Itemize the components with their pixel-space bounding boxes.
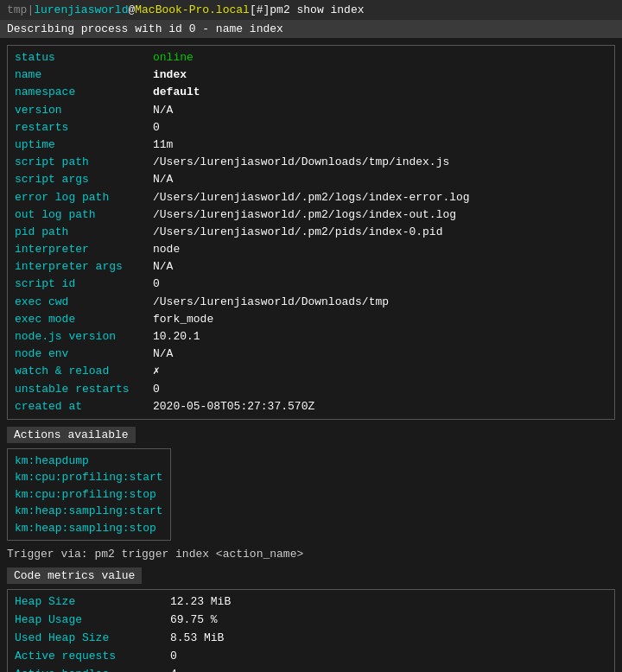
metrics-table: Heap Size12.23 MiBHeap Usage69.75 %Used … xyxy=(7,589,615,672)
info-key: error log path xyxy=(15,190,153,206)
describe-bar: Describing process with id 0 - name inde… xyxy=(0,20,622,38)
title-tmp: tmp xyxy=(7,3,27,16)
info-key: status xyxy=(15,50,153,66)
describe-text: Describing process with id 0 - name inde… xyxy=(7,22,283,35)
title-command: pm2 show index xyxy=(270,3,364,16)
info-key: script path xyxy=(15,155,153,170)
info-val: /Users/lurenjiasworld/Downloads/tmp/inde… xyxy=(153,155,449,170)
metrics-row: Active handles4 xyxy=(8,666,614,672)
title-user: lurenjiasworld xyxy=(34,3,128,16)
action-item: km:heap:sampling:stop xyxy=(15,520,163,537)
info-row: script argsN/A xyxy=(8,171,614,188)
metrics-key: Heap Usage xyxy=(15,612,170,629)
action-item: km:cpu:profiling:start xyxy=(15,469,163,486)
info-row: statusonline xyxy=(8,49,614,67)
info-val: 0 xyxy=(153,120,160,136)
metrics-row: Used Heap Size8.53 MiB xyxy=(8,630,614,648)
info-key: script id xyxy=(15,276,153,292)
info-val: fork_mode xyxy=(153,312,213,327)
info-key: restarts xyxy=(15,120,153,136)
info-row: out log path/Users/lurenjiasworld/.pm2/l… xyxy=(8,206,614,224)
info-val: /Users/lurenjiasworld/Downloads/tmp xyxy=(153,295,389,310)
info-val: N/A xyxy=(153,103,173,118)
info-row: namespacedefault xyxy=(8,84,614,101)
info-key: unstable restarts xyxy=(15,382,153,397)
info-key: exec mode xyxy=(15,312,153,327)
info-row: error log path/Users/lurenjiasworld/.pm2… xyxy=(8,189,614,206)
main-content: statusonlinenameindexnamespacedefaultver… xyxy=(0,41,622,672)
info-val: /Users/lurenjiasworld/.pm2/pids/index-0.… xyxy=(153,225,442,240)
trigger-line: Trigger via: pm2 trigger index <action_n… xyxy=(7,548,615,561)
info-val: 2020-05-08T05:27:37.570Z xyxy=(153,399,314,415)
info-val: 11m xyxy=(153,137,173,153)
info-key: exec cwd xyxy=(15,295,153,310)
info-key: out log path xyxy=(15,207,153,223)
info-key: node.js version xyxy=(15,329,153,345)
info-row: uptime11m xyxy=(8,136,614,154)
terminal-window: tmp | lurenjiasworld @ MacBook-Pro.local… xyxy=(0,0,622,672)
info-val: N/A xyxy=(153,172,173,187)
metrics-key: Used Heap Size xyxy=(15,631,170,647)
info-val: /Users/lurenjiasworld/.pm2/logs/index-er… xyxy=(153,190,470,206)
info-row: pid path/Users/lurenjiasworld/.pm2/pids/… xyxy=(8,224,614,241)
metrics-row: Heap Usage69.75 % xyxy=(8,612,614,630)
metrics-val: 12.23 MiB xyxy=(170,594,231,611)
action-item: km:heapdump xyxy=(15,453,163,470)
title-host: MacBook-Pro.local xyxy=(135,3,250,16)
metrics-val: 8.53 MiB xyxy=(170,631,224,647)
info-key: interpreter xyxy=(15,242,153,257)
info-key: watch & reload xyxy=(15,364,153,379)
metrics-key: Active handles xyxy=(15,667,170,672)
info-val: ✗ xyxy=(153,364,160,379)
action-item: km:heap:sampling:start xyxy=(15,503,163,520)
info-key: uptime xyxy=(15,137,153,153)
metrics-header-wrapper: Code metrics value xyxy=(7,567,615,589)
title-bracket: [#] xyxy=(250,3,270,16)
info-val: N/A xyxy=(153,259,173,275)
info-val: 0 xyxy=(153,382,160,397)
title-pipe: | xyxy=(27,3,34,16)
info-val: default xyxy=(153,85,200,100)
info-row: created at2020-05-08T05:27:37.570Z xyxy=(8,398,614,415)
info-row: restarts0 xyxy=(8,119,614,136)
info-row: interpreter argsN/A xyxy=(8,258,614,276)
info-row: exec modefork_mode xyxy=(8,311,614,328)
info-key: created at xyxy=(15,399,153,415)
info-row: interpreternode xyxy=(8,241,614,258)
actions-header: Actions available xyxy=(7,427,615,448)
info-row: nameindex xyxy=(8,67,614,84)
info-key: name xyxy=(15,67,153,83)
info-val: 10.20.1 xyxy=(153,329,200,345)
info-val: online xyxy=(153,50,194,66)
actions-box: km:heapdumpkm:cpu:profiling:startkm:cpu:… xyxy=(7,448,171,542)
info-val: node xyxy=(153,242,180,257)
info-row: node.js version10.20.1 xyxy=(8,328,614,346)
info-key: node env xyxy=(15,346,153,362)
metrics-key: Heap Size xyxy=(15,594,170,611)
info-row: script path/Users/lurenjiasworld/Downloa… xyxy=(8,154,614,171)
metrics-val: 0 xyxy=(170,649,177,665)
metrics-section-header: Code metrics value xyxy=(7,567,142,584)
info-row: versionN/A xyxy=(8,102,614,119)
metrics-val: 4 xyxy=(170,667,177,672)
info-val: index xyxy=(153,67,187,83)
metrics-key: Active requests xyxy=(15,649,170,665)
info-row: script id0 xyxy=(8,276,614,293)
info-row: watch & reload✗ xyxy=(8,363,614,380)
metrics-row: Heap Size12.23 MiB xyxy=(8,593,614,612)
info-val: N/A xyxy=(153,346,173,362)
process-info-table: statusonlinenameindexnamespacedefaultver… xyxy=(7,45,615,420)
metrics-row: Active requests0 xyxy=(8,648,614,666)
info-key: namespace xyxy=(15,85,153,100)
info-key: script args xyxy=(15,172,153,187)
info-row: unstable restarts0 xyxy=(8,381,614,398)
info-row: exec cwd/Users/lurenjiasworld/Downloads/… xyxy=(8,294,614,311)
info-val: /Users/lurenjiasworld/.pm2/logs/index-ou… xyxy=(153,207,456,223)
info-val: 0 xyxy=(153,276,160,292)
metrics-val: 69.75 % xyxy=(170,612,218,629)
title-bar: tmp | lurenjiasworld @ MacBook-Pro.local… xyxy=(0,0,622,20)
actions-section-header: Actions available xyxy=(7,427,136,443)
info-key: version xyxy=(15,103,153,118)
info-row: node envN/A xyxy=(8,346,614,363)
info-key: interpreter args xyxy=(15,259,153,275)
